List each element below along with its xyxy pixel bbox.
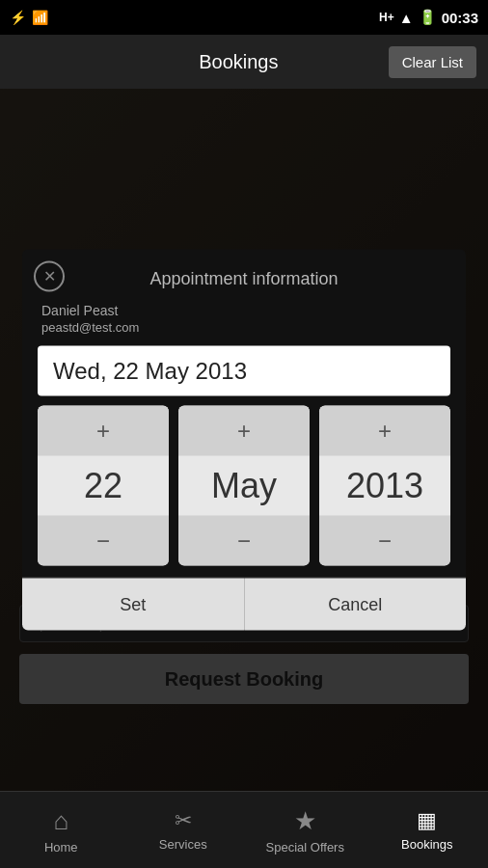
month-value: May (178, 456, 310, 516)
usb-icon: ⚡ (10, 10, 26, 25)
year-spinner: + 2013 − (319, 406, 450, 566)
bookings-icon: ▦ (417, 808, 437, 833)
modal-title: Appointment information (38, 265, 450, 289)
date-spinners: + 22 − + May − + 2013 − (38, 406, 450, 566)
date-text: Wed, 22 May 2013 (53, 358, 247, 384)
year-decrement-button[interactable]: − (319, 516, 450, 566)
wifi-icon: 📶 (32, 10, 48, 25)
status-bar: ⚡ 📶 H+ ▲ 🔋 00:33 (0, 0, 488, 35)
battery-icon: 🔋 (419, 9, 437, 26)
bottom-nav: ⌂ Home ✂ Services ★ Special Offers ▦ Boo… (0, 791, 488, 868)
year-value: 2013 (319, 456, 450, 516)
day-increment-button[interactable]: + (38, 406, 169, 456)
day-decrement-button[interactable]: − (38, 516, 169, 566)
background-content: Request Booking ✕ Appointment informatio… (0, 89, 488, 791)
nav-label-bookings: Bookings (401, 837, 452, 852)
date-display: Wed, 22 May 2013 (38, 346, 450, 396)
clear-list-button[interactable]: Clear List (389, 46, 476, 78)
day-value: 22 (38, 456, 169, 516)
nav-item-bookings[interactable]: ▦ Bookings (366, 792, 489, 868)
month-decrement-button[interactable]: − (178, 516, 310, 566)
set-button[interactable]: Set (22, 579, 245, 631)
star-icon: ★ (294, 806, 316, 836)
cancel-button[interactable]: Cancel (245, 579, 467, 631)
hplus-icon: H+ (379, 11, 394, 24)
user-name: Daniel Peast (38, 303, 450, 318)
user-email: peastd@test.com (38, 320, 450, 335)
clock: 00:33 (442, 10, 478, 26)
nav-item-home[interactable]: ⌂ Home (0, 792, 122, 868)
day-spinner: + 22 − (38, 406, 169, 566)
status-icons-right: H+ ▲ 🔋 00:33 (379, 9, 478, 26)
page-title: Bookings (89, 51, 389, 73)
services-icon: ✂ (175, 808, 192, 833)
status-icons-left: ⚡ 📶 (10, 10, 48, 25)
modal-close-button[interactable]: ✕ (34, 261, 65, 292)
home-icon: ⌂ (53, 806, 68, 836)
nav-label-special-offers: Special Offers (266, 840, 344, 854)
nav-label-services: Services (159, 837, 207, 852)
year-increment-button[interactable]: + (319, 406, 450, 456)
month-increment-button[interactable]: + (178, 406, 310, 456)
nav-item-services[interactable]: ✂ Services (122, 792, 245, 868)
appointment-modal: ✕ Appointment information Daniel Peast p… (22, 250, 466, 631)
nav-label-home: Home (44, 840, 78, 854)
signal-icon: ▲ (399, 10, 414, 26)
app-bar: Bookings Clear List (0, 35, 488, 89)
nav-item-special-offers[interactable]: ★ Special Offers (244, 792, 366, 868)
month-spinner: + May − (178, 406, 310, 566)
modal-actions: Set Cancel (22, 578, 466, 631)
